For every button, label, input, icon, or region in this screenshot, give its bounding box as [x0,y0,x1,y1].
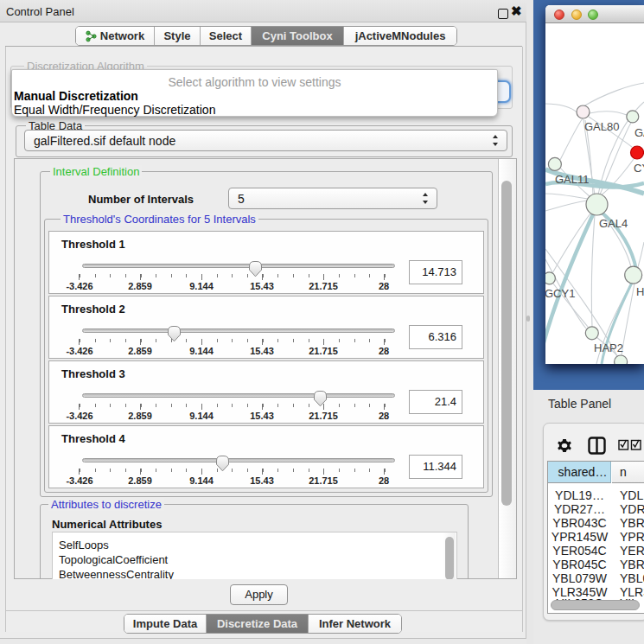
svg-text:GAL4: GAL4 [599,217,628,230]
svg-text:GAL7: GAL7 [634,126,644,139]
svg-text:CYC8: CYC8 [634,162,644,175]
svg-text:GAL11: GAL11 [555,173,590,186]
svg-text:HAP4: HAP4 [636,285,644,298]
svg-text:HAP2: HAP2 [594,341,623,354]
svg-text:GAL80: GAL80 [584,120,619,133]
svg-text:GCY1: GCY1 [545,287,575,300]
